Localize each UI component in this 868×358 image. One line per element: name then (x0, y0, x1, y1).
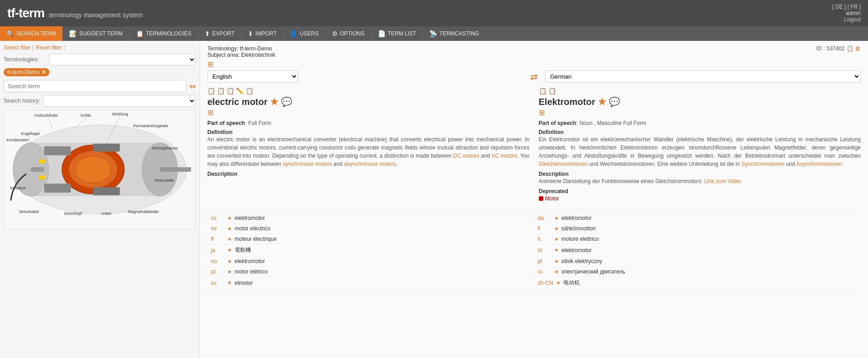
trans-word-left-0: elektromotor (235, 215, 265, 221)
entry-meta: Terminology: tf-term-Demo Subject area: … (207, 45, 275, 69)
link-dc-motors[interactable]: DC motors (453, 153, 480, 159)
nav-users[interactable]: 👤 USERS (283, 26, 325, 41)
search-history-label: Search history: (4, 98, 40, 104)
svg-rect-10 (44, 146, 71, 155)
svg-text:Wicklung: Wicklung (112, 112, 128, 116)
swap-languages-icon[interactable]: ⇄ (530, 71, 538, 82)
nav-termcasting-label: TERMCASTING (439, 30, 479, 37)
link-ac-motors[interactable]: AC motors (492, 153, 517, 159)
trans-lang-left-4[interactable]: no (211, 258, 225, 264)
nav-export[interactable]: ⬆ EXPORT (198, 26, 241, 41)
terminologies-select[interactable] (49, 54, 196, 65)
trans-lang-right-1[interactable]: fi (538, 225, 552, 232)
right-term-name: Elektromotor ★ 💬 (539, 96, 861, 107)
trans-star-left-6: ★ (227, 280, 232, 286)
search-arrows-icon[interactable]: ⇔ (189, 81, 196, 91)
entry-expand-button[interactable]: ⊞ (207, 60, 213, 69)
id-delete-icon[interactable]: 🗑 (855, 45, 861, 52)
link-asynchronous-motors[interactable]: asynchronous motors (344, 161, 396, 167)
trans-lang-right-3[interactable]: nl (538, 247, 552, 254)
svg-text:Kugellager: Kugellager (21, 131, 40, 136)
trans-star-right-1: ★ (554, 226, 559, 232)
trans-word-right-4: silnik elektryczny (562, 258, 602, 264)
termlist-icon: 📄 (378, 30, 386, 37)
reset-filter-link[interactable]: Reset filter (35, 45, 61, 51)
trans-left-5: pt★motor elétrico (207, 267, 534, 277)
deprecated-term-text: Motor (545, 195, 559, 202)
left-icon-2[interactable]: 📋 (217, 87, 225, 94)
trans-lang-left-2[interactable]: fr (211, 236, 225, 242)
right-term-text: Elektromotor (539, 97, 595, 107)
right-expand-button[interactable]: ⊞ (539, 108, 545, 117)
left-expand-button[interactable]: ⊞ (207, 108, 213, 117)
trans-lang-right-5[interactable]: ru (538, 268, 552, 275)
main-layout: Select filter | Reset filter : Terminolo… (0, 41, 868, 358)
trans-word-left-1: motor eléctrico (235, 225, 271, 232)
link-synchronous-motors[interactable]: synchronous motors (283, 161, 332, 167)
trans-lang-left-1[interactable]: es (211, 225, 225, 232)
export-icon: ⬆ (205, 30, 210, 37)
trans-lang-right-0[interactable]: da (538, 215, 552, 221)
trans-word-right-2: motore elettrico (562, 236, 599, 242)
left-term-star-icon[interactable]: ★ (270, 96, 278, 107)
left-icon-4[interactable]: ✏️ (236, 87, 244, 94)
right-pos-label: Part of speech (539, 120, 577, 126)
trans-left-6: sv★elmotor (207, 277, 534, 289)
id-copy-icon[interactable]: 📋 (847, 45, 853, 52)
right-desc-text: Animierte Darstellung der Funktionsweise… (539, 177, 861, 185)
left-icon-3[interactable]: 📋 (226, 87, 234, 94)
trans-left-4: no★elektromotor (207, 256, 534, 267)
link-synchron[interactable]: Synchronmotoren (742, 161, 785, 167)
select-filter-link[interactable]: Select filter (4, 45, 30, 51)
nav-terminologies[interactable]: 📋 TERMINOLOGIES (130, 26, 198, 41)
nav-options[interactable]: ⚙ OPTIONS (326, 26, 371, 41)
motor-diagram: Andruckfeder Kohle Wicklung Permanentmag… (4, 111, 196, 228)
lang-switcher[interactable]: [ DE ] [ FR ] (832, 4, 861, 10)
right-icon-2[interactable]: 📋 (548, 87, 556, 94)
svg-rect-15 (39, 176, 45, 179)
right-lang-select[interactable]: German (545, 70, 861, 83)
trans-lang-left-3[interactable]: ja (211, 247, 225, 254)
right-icon-1[interactable]: 📋 (539, 87, 547, 94)
nav-termcasting[interactable]: 📡 TERMCASTING (423, 26, 486, 41)
nav-suggest-term[interactable]: 📝 SUGGEST TERM (63, 26, 130, 41)
search-row: ⇔ (4, 80, 196, 92)
trans-lang-left-0[interactable]: cs (211, 215, 225, 221)
logout-button[interactable]: Logout (844, 16, 861, 23)
deprecated-section: Deprecated Motor (539, 188, 861, 202)
left-lang-select[interactable]: English (207, 70, 298, 83)
trans-lang-right-2[interactable]: it (538, 236, 552, 242)
link-gleichstrom[interactable]: Gleichstrommotoren (539, 161, 588, 167)
nav-export-label: EXPORT (212, 30, 235, 37)
right-pos-value: Noun , Masculine Full Form (579, 120, 646, 126)
right-term-comment-icon[interactable]: 💬 (609, 96, 620, 107)
left-term-name: electric motor ★ 💬 (207, 96, 530, 107)
trans-lang-left-6[interactable]: sv (211, 280, 225, 286)
svg-text:Motorgehäuse: Motorgehäuse (152, 146, 177, 150)
nav-term-list[interactable]: 📄 TERM LIST (371, 26, 423, 41)
id-value: 537402 (827, 45, 845, 52)
subject-label: Subject area: (207, 52, 240, 58)
id-label: ID : (816, 45, 825, 52)
link-asynchron[interactable]: Asynchronmotoren (796, 161, 842, 167)
motor-diagram-container: Andruckfeder Kohle Wicklung Permanentmag… (4, 110, 196, 229)
search-icon: 🔍 (6, 30, 14, 37)
left-icon-5[interactable]: 📋 (246, 87, 253, 94)
right-term-star-icon[interactable]: ★ (598, 96, 606, 107)
nav-search-term[interactable]: 🔍 SEARCH TERM (0, 26, 63, 41)
trans-lang-left-5[interactable]: pt (211, 268, 225, 275)
left-term-comment-icon[interactable]: 💬 (281, 96, 292, 107)
tag-close-button[interactable]: ✕ (41, 69, 46, 75)
trans-lang-right-4[interactable]: pl (538, 258, 552, 264)
search-input[interactable] (4, 80, 186, 92)
nav-users-label: USERS (300, 30, 318, 37)
terminology-row: Terminology: tf-term-Demo (207, 45, 275, 52)
trans-lang-right-6[interactable]: zh-CN (538, 280, 553, 286)
nav-bar: 🔍 SEARCH TERM 📝 SUGGEST TERM 📋 TERMINOLO… (0, 26, 868, 41)
svg-text:Motorwelle: Motorwelle (155, 178, 174, 183)
nav-import[interactable]: ⬇ IMPORT (241, 26, 283, 41)
right-desc-link[interactable]: Link zum Video (704, 178, 742, 184)
left-icon-1[interactable]: 📋 (207, 87, 215, 94)
search-history-select[interactable] (43, 95, 196, 107)
right-lang-container: German (545, 70, 861, 83)
